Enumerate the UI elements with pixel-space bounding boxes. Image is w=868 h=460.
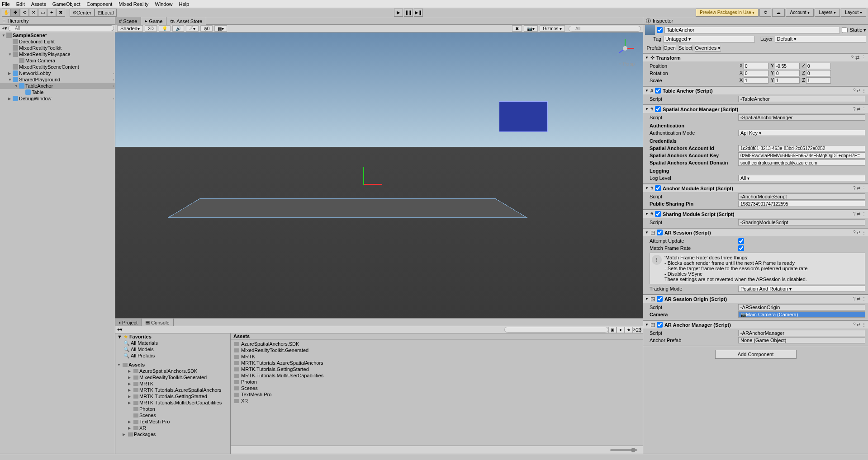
pos-x[interactable] [744, 63, 768, 69]
pause-button[interactable]: ❚❚ [404, 9, 413, 17]
menu-edit[interactable]: Edit [16, 1, 25, 7]
menu-assets[interactable]: Assets [31, 1, 46, 7]
hierarchy-item[interactable]: ▶NetworkLobby› [0, 70, 115, 76]
tableanchor-script-field[interactable]: ▫ TableAnchor [738, 96, 865, 102]
sharemod-enabled[interactable] [655, 211, 661, 217]
cloud-icon[interactable]: ☁ [772, 9, 785, 17]
pivot-toggle[interactable]: ⊙Center [70, 9, 95, 17]
arsession-enabled[interactable] [657, 230, 663, 235]
tab-scene[interactable]: # Scene [115, 17, 141, 25]
tool-custom[interactable]: ✖ [56, 9, 65, 17]
account-dropdown[interactable]: Account ▾ [786, 9, 814, 17]
preview-packages[interactable]: Preview Packages in Use ▾ [696, 9, 759, 17]
anchor-prefab-field[interactable]: None (Game Object) [738, 337, 865, 343]
lighting-icon[interactable]: 💡 [159, 25, 171, 32]
tableanchor-header[interactable]: Table Anchor (Script) [663, 88, 851, 94]
camera-object-field[interactable]: 📷 Main Camera (Camera) [738, 311, 865, 318]
scl-z[interactable] [806, 77, 831, 84]
hierarchy-item[interactable]: ▼MixedRealityPlayspace [0, 51, 115, 57]
hierarchy-item[interactable]: Directional Light [0, 38, 115, 45]
project-folder[interactable]: ▶MRTK.Tutorials.MultiUserCapabilities [115, 399, 230, 406]
play-button[interactable]: ▶ [394, 9, 403, 17]
asset-item[interactable]: MRTK [234, 353, 639, 360]
attempt-update-checkbox[interactable] [738, 238, 744, 244]
menu-gameobject[interactable]: GameObject [52, 1, 81, 7]
favorite-item[interactable]: 🔍All Materials [115, 340, 230, 346]
prefab-open-button[interactable]: Open [663, 45, 676, 51]
menu-icon[interactable]: ⋮ [861, 55, 866, 61]
tools-icon[interactable]: ✖ [512, 25, 522, 32]
project-filter-icon[interactable]: ▣ [608, 327, 617, 333]
menu-help[interactable]: Help [179, 1, 190, 7]
thumbnail-size-slider[interactable] [610, 449, 637, 451]
project-folder[interactable]: Scenes [115, 412, 230, 418]
hierarchy-item[interactable]: ▼SampleScene* [0, 32, 115, 38]
asset-item[interactable]: MRTK.Tutorials.AzureSpatialAnchors [234, 360, 639, 366]
grid-icon[interactable]: ▦▾ [214, 25, 227, 32]
tool-move[interactable]: ✥ [11, 9, 20, 17]
spatialmgr-enabled[interactable] [655, 106, 661, 112]
project-folder[interactable]: ▶TextMesh Pro [115, 418, 230, 425]
favorite-item[interactable]: 🔍All Prefabs [115, 352, 230, 359]
static-checkbox[interactable] [842, 27, 848, 33]
hierarchy-item[interactable]: ▼SharedPlayground› [0, 76, 115, 83]
project-create[interactable]: +▾ [117, 327, 123, 333]
public-sharing-pin-field[interactable] [738, 201, 865, 207]
scene-view[interactable]: ≡ Persp [115, 33, 643, 318]
scl-y[interactable] [775, 77, 800, 84]
spatialmgr-header[interactable]: Spatial Anchor Manager (Script) [663, 107, 851, 112]
2d-toggle[interactable]: 2D [145, 25, 157, 32]
hidden-icon[interactable]: ⊘0 [200, 25, 213, 32]
rot-x[interactable] [744, 70, 768, 76]
hierarchy-item[interactable]: Table [0, 89, 115, 95]
tracking-mode-dropdown[interactable]: Position And Rotation ▾ [738, 286, 865, 292]
asset-item[interactable]: XR [234, 398, 639, 404]
project-hidden-count[interactable]: ⊘23 [633, 327, 641, 333]
tool-scale[interactable]: ⤧ [29, 9, 38, 17]
aranchor-enabled[interactable] [657, 322, 663, 328]
tab-project[interactable]: ▪ Project [115, 319, 142, 326]
sharemod-script-field[interactable]: ▫ SharingModuleScript [738, 219, 865, 225]
inspector-tab[interactable]: ⓘ Inspector [643, 17, 868, 25]
menu-window[interactable]: Window [155, 1, 172, 7]
tool-rotate[interactable]: ⟲ [20, 9, 29, 17]
pos-z[interactable] [806, 63, 831, 69]
layer-dropdown[interactable]: Default ▾ [775, 36, 867, 42]
fx-icon[interactable]: ☄▾ [186, 25, 199, 32]
arorigin-enabled[interactable] [657, 296, 663, 302]
hierarchy-item[interactable]: Main Camera [0, 57, 115, 64]
auth-mode-dropdown[interactable]: Api Key ▾ [738, 130, 865, 136]
account-domain-field[interactable] [738, 160, 865, 166]
project-folder[interactable]: ▶MRTK.Tutorials.GettingStarted [115, 393, 230, 399]
camera-icon[interactable]: 📷▾ [524, 25, 538, 32]
menu-mixedreality[interactable]: Mixed Reality [119, 1, 148, 7]
project-folder[interactable]: ▶MRTK.Tutorials.AzureSpatialAnchors [115, 387, 230, 393]
help-icon[interactable]: ? [851, 55, 854, 61]
menu-file[interactable]: File [2, 1, 10, 7]
scene-search[interactable] [569, 26, 641, 32]
account-key-field[interactable] [738, 152, 865, 159]
rot-y[interactable] [775, 70, 800, 76]
asset-item[interactable]: AzureSpatialAnchors.SDK [234, 341, 639, 347]
tool-transform[interactable]: ✦ [47, 9, 56, 17]
tableanchor-enabled[interactable] [655, 88, 661, 94]
project-star-icon[interactable]: ★ [625, 327, 633, 333]
project-eye-icon[interactable]: ● [617, 327, 625, 333]
tab-game[interactable]: ▸ Game [141, 17, 166, 25]
menu-component[interactable]: Component [86, 1, 112, 7]
match-frame-rate-checkbox[interactable] [738, 245, 744, 251]
prefab-select-button[interactable]: Select [678, 45, 693, 51]
hierarchy-search[interactable] [8, 25, 114, 31]
tool-rect[interactable]: ▭ [38, 9, 47, 17]
layout-dropdown[interactable]: Layout ▾ [841, 9, 866, 17]
collab-icon[interactable]: ✲ [759, 9, 771, 17]
project-folder[interactable]: ▶XR [115, 425, 230, 431]
anchormod-script-field[interactable]: ▫ AnchorModuleScript [738, 193, 865, 200]
project-folder[interactable]: ▶AzureSpatialAnchors.SDK [115, 368, 230, 374]
pos-y[interactable] [775, 63, 800, 69]
assets-root[interactable]: Assets [128, 362, 145, 367]
space-toggle[interactable]: ◳Local [95, 9, 117, 17]
gameobject-active-checkbox[interactable] [657, 27, 663, 33]
hierarchy-item[interactable]: ▼TableAnchor› [0, 83, 115, 89]
audio-icon[interactable]: 🔊 [172, 25, 184, 32]
